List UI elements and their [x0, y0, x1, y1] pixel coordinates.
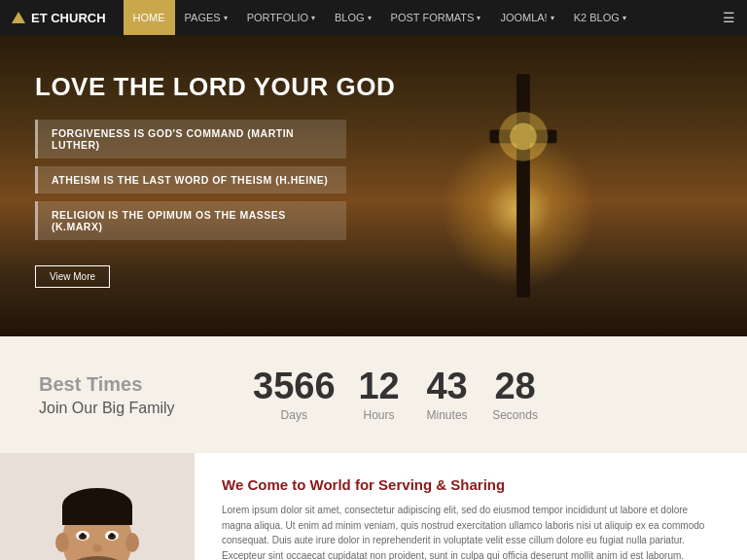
nav-item-joomla[interactable]: JOOMLA! ▾	[490, 0, 563, 35]
hero-quote-2: ATHEISM IS THE LAST WORD OF THEISM (H.He…	[35, 166, 346, 193]
minutes-value: 43	[423, 368, 472, 404]
days-label: Days	[253, 408, 336, 422]
countdown-minutes: 43 Minutes	[423, 368, 472, 422]
about-paragraph-1: Lorem ipsum dolor sit amet, consectetur …	[222, 503, 720, 560]
nav-link-post-formats[interactable]: POST FORMATS ▾	[381, 0, 491, 35]
view-more-button[interactable]: View More	[35, 265, 110, 288]
hero-title: LOVE THE LORD YOUR GOD	[35, 72, 712, 102]
countdown-days: 3566 Days	[253, 368, 336, 422]
logo-text: ET CHURCH	[31, 11, 106, 25]
countdown-subheading: Join Our Big Family	[39, 400, 253, 417]
nav-item-blog[interactable]: BLOG ▾	[325, 0, 381, 35]
hamburger-icon[interactable]: ☰	[723, 10, 735, 25]
chevron-down-icon: ▾	[368, 14, 372, 22]
site-logo: ET CHURCH	[12, 11, 106, 25]
svg-rect-18	[62, 506, 132, 525]
days-value: 3566	[253, 368, 336, 404]
hero-content: LOVE THE LORD YOUR GOD FORGIVENESS IS GO…	[0, 35, 747, 325]
svg-point-14	[110, 533, 114, 537]
hero-quote-1: FORGIVENESS IS GOD'S COMMAND (Martin Lut…	[35, 120, 346, 158]
about-section: We Come to World for Serving & Sharing L…	[0, 453, 747, 560]
about-image	[0, 453, 195, 560]
nav-item-k2blog[interactable]: K2 BLOG ▾	[564, 0, 636, 35]
about-title: We Come to World for Serving & Sharing	[222, 476, 720, 493]
chevron-down-icon: ▾	[551, 14, 554, 22]
nav-link-k2blog[interactable]: K2 BLOG ▾	[564, 0, 636, 35]
countdown-section: Best Times Join Our Big Family 3566 Days…	[0, 336, 747, 453]
countdown-heading: Best Times	[39, 373, 253, 396]
nav-item-post-formats[interactable]: POST FORMATS ▾	[381, 0, 491, 35]
nav-item-portfolio[interactable]: PORTFOLIO ▾	[237, 0, 325, 35]
hours-value: 12	[355, 368, 404, 404]
about-content: We Come to World for Serving & Sharing L…	[195, 453, 747, 560]
seconds-label: Seconds	[491, 408, 540, 422]
countdown-seconds: 28 Seconds	[491, 368, 540, 422]
chevron-down-icon: ▾	[311, 14, 315, 22]
seconds-value: 28	[491, 368, 540, 404]
svg-point-13	[81, 533, 85, 537]
nav-link-pages[interactable]: PAGES ▾	[175, 0, 237, 35]
hours-label: Hours	[355, 408, 404, 422]
chevron-down-icon: ▾	[622, 14, 626, 22]
nav-item-pages[interactable]: PAGES ▾	[175, 0, 237, 35]
svg-point-7	[55, 533, 69, 552]
countdown-hours: 12 Hours	[355, 368, 404, 422]
nav-link-blog[interactable]: BLOG ▾	[325, 0, 381, 35]
nav-menu: HOME PAGES ▾ PORTFOLIO ▾ BLOG ▾ POST FOR…	[124, 0, 723, 35]
logo-icon	[12, 12, 25, 23]
minutes-label: Minutes	[423, 408, 472, 422]
nav-link-home[interactable]: HOME	[124, 0, 175, 35]
countdown-text: Best Times Join Our Big Family	[39, 373, 253, 417]
person-illustration	[19, 463, 175, 560]
hero-section: LOVE THE LORD YOUR GOD FORGIVENESS IS GO…	[0, 35, 747, 336]
svg-point-8	[125, 533, 139, 552]
navigation: ET CHURCH HOME PAGES ▾ PORTFOLIO ▾ BLOG …	[0, 0, 747, 35]
hero-quote-3: RELIGION IS THE OPIMUM OS THE MASSES (K.…	[35, 201, 346, 240]
countdown-numbers: 3566 Days 12 Hours 43 Minutes 28 Seconds	[253, 368, 540, 422]
nav-item-home[interactable]: HOME	[124, 0, 175, 35]
nav-link-portfolio[interactable]: PORTFOLIO ▾	[237, 0, 325, 35]
chevron-down-icon: ▾	[224, 14, 228, 22]
nav-link-joomla[interactable]: JOOMLA! ▾	[490, 0, 563, 35]
svg-point-15	[92, 544, 102, 552]
chevron-down-icon: ▾	[477, 14, 480, 22]
